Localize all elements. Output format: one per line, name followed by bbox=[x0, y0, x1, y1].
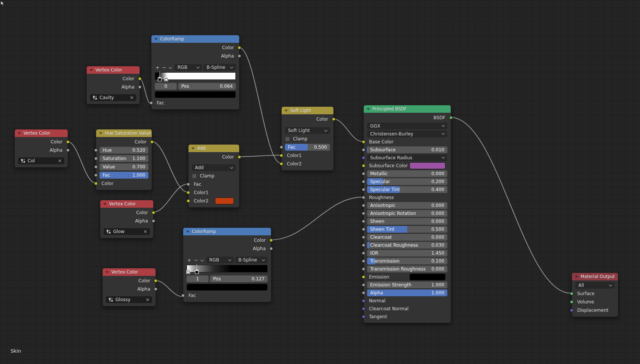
collapse-triangle-icon[interactable] bbox=[575, 276, 578, 278]
node-add[interactable]: Add Color Add Clamp Fac Color1 Color2 bbox=[188, 144, 240, 208]
collapse-triangle-icon[interactable] bbox=[99, 132, 102, 134]
node-header[interactable]: Vertex Color bbox=[15, 129, 68, 137]
ramp-options-dropdown-icon[interactable] bbox=[169, 66, 172, 69]
saturation-input-socket[interactable] bbox=[94, 157, 98, 160]
collapse-triangle-icon[interactable] bbox=[154, 38, 157, 40]
collapse-triangle-icon[interactable] bbox=[186, 231, 189, 233]
collapse-triangle-icon[interactable] bbox=[106, 271, 109, 273]
remove-stop-button[interactable]: − bbox=[162, 65, 167, 70]
clearcoat-input-socket[interactable] bbox=[362, 235, 365, 239]
fac-slider[interactable]: Fac1.000 bbox=[100, 172, 148, 179]
subsurface-input-socket[interactable] bbox=[362, 148, 365, 151]
specular-tint-slider[interactable]: Specular Tint0.400 bbox=[367, 186, 447, 193]
alpha-output-socket[interactable] bbox=[154, 288, 157, 291]
stop-position-slider[interactable]: Pos0.064 bbox=[178, 83, 236, 90]
node-vertex-color-glow[interactable]: Vertex Color Color Alpha Glow × bbox=[100, 200, 154, 238]
node-header[interactable]: Principled BSDF bbox=[364, 105, 451, 113]
node-header[interactable]: ColorRamp bbox=[151, 35, 239, 43]
subsurface-color-input-socket[interactable] bbox=[362, 164, 365, 167]
subsurface-radius-input-socket[interactable] bbox=[362, 156, 365, 159]
subsurface-color-color-swatch[interactable] bbox=[410, 162, 445, 169]
color-output-socket[interactable] bbox=[332, 118, 335, 121]
anisotropic-rotation-input-socket[interactable] bbox=[362, 212, 365, 215]
node-header[interactable]: ColorRamp bbox=[183, 228, 271, 235]
vertex-color-layer-field[interactable]: Glossy × bbox=[106, 296, 152, 303]
specular-slider[interactable]: Specular0.200 bbox=[367, 178, 447, 185]
hue-input-socket[interactable] bbox=[94, 149, 98, 152]
fac-input-socket[interactable] bbox=[181, 294, 185, 297]
stop-color-swatch[interactable] bbox=[187, 284, 268, 291]
color-output-socket[interactable] bbox=[238, 46, 241, 50]
clamp-checkbox[interactable] bbox=[192, 174, 197, 179]
roughness-input-socket[interactable] bbox=[362, 196, 365, 199]
node-vertex-color-col[interactable]: Vertex Color Color Alpha Col × bbox=[14, 129, 68, 168]
color-output-socket[interactable] bbox=[152, 211, 155, 215]
specular-tint-input-socket[interactable] bbox=[362, 188, 365, 191]
value-slider[interactable]: Value0.700 bbox=[100, 163, 148, 170]
sheen-tint-slider[interactable]: Sheen Tint0.500 bbox=[367, 226, 447, 233]
surface-input-socket[interactable] bbox=[570, 292, 573, 296]
color1-input-socket[interactable] bbox=[280, 154, 283, 157]
saturation-slider[interactable]: Saturation1.100 bbox=[100, 155, 148, 162]
active-stop-index-field[interactable]: 0 bbox=[155, 83, 177, 90]
color2-swatch[interactable] bbox=[215, 198, 234, 204]
transmission-input-socket[interactable] bbox=[362, 259, 365, 263]
clamp-checkbox[interactable] bbox=[285, 137, 290, 142]
stop-color-swatch[interactable] bbox=[155, 91, 236, 98]
clearcoat-roughness-slider[interactable]: Clearcoat Roughness0.030 bbox=[367, 242, 447, 249]
alpha-output-socket[interactable] bbox=[152, 219, 155, 223]
active-stop-index-field[interactable]: 1 bbox=[187, 275, 209, 282]
node-material-output[interactable]: Material Output All Surface Volume Displ… bbox=[571, 272, 618, 317]
collapse-triangle-icon[interactable] bbox=[18, 132, 21, 134]
anisotropic-slider[interactable]: Anisotropic0.000 bbox=[367, 202, 447, 209]
color1-input-socket[interactable] bbox=[187, 191, 190, 194]
close-icon[interactable]: × bbox=[146, 297, 149, 302]
interpolation-dropdown[interactable]: B-Spline bbox=[204, 64, 236, 71]
vertex-color-layer-field[interactable]: Glow × bbox=[104, 228, 150, 235]
alpha-input-socket[interactable] bbox=[362, 291, 365, 294]
value-input-socket[interactable] bbox=[94, 165, 98, 169]
color-output-socket[interactable] bbox=[154, 279, 157, 283]
collapse-triangle-icon[interactable] bbox=[90, 69, 93, 71]
sheen-input-socket[interactable] bbox=[362, 219, 365, 223]
node-header[interactable]: Hue Saturation Value bbox=[96, 129, 152, 137]
ggx-dropdown[interactable]: GGX bbox=[367, 123, 447, 129]
anisotropic-input-socket[interactable] bbox=[362, 204, 365, 207]
node-principled-bsdf[interactable]: Principled BSDF BSDF GGXChristensen-Burl… bbox=[363, 105, 451, 323]
volume-input-socket[interactable] bbox=[570, 300, 573, 304]
emission-strength-slider[interactable]: Emission Strength1.000 bbox=[367, 282, 447, 288]
alpha-output-socket[interactable] bbox=[66, 149, 70, 152]
ior-slider[interactable]: IOR1.450 bbox=[367, 250, 447, 257]
blend-mode-dropdown[interactable]: Soft Light bbox=[285, 127, 330, 134]
node-header[interactable]: Vertex Color bbox=[100, 200, 153, 208]
subsurface-slider[interactable]: Subsurface0.010 bbox=[367, 146, 447, 153]
alpha-slider[interactable]: Alpha1.000 bbox=[367, 289, 447, 296]
collapse-triangle-icon[interactable] bbox=[285, 110, 288, 112]
alpha-output-socket[interactable] bbox=[138, 86, 142, 89]
clearcoat-normal-input-socket[interactable] bbox=[362, 307, 365, 310]
fac-slider[interactable]: Fac0.500 bbox=[285, 144, 330, 151]
color2-input-socket[interactable] bbox=[187, 199, 190, 203]
vertex-color-layer-field[interactable]: Cavity × bbox=[90, 94, 136, 101]
alpha-output-socket[interactable] bbox=[238, 54, 241, 58]
emission-color-swatch[interactable] bbox=[410, 274, 445, 280]
color-input-socket[interactable] bbox=[94, 182, 98, 185]
collapse-triangle-icon[interactable] bbox=[103, 203, 106, 205]
anisotropic-rotation-slider[interactable]: Anisotropic Rotation0.000 bbox=[367, 210, 447, 217]
fac-input-socket[interactable] bbox=[94, 174, 98, 177]
color-mode-dropdown[interactable]: RGB bbox=[206, 257, 234, 263]
transmission-roughness-input-socket[interactable] bbox=[362, 267, 365, 271]
hue-slider[interactable]: Hue0.520 bbox=[100, 147, 148, 154]
node-colorramp-glossy[interactable]: ColorRamp Color Alpha + − RGB B-Spline 1… bbox=[183, 227, 271, 302]
subsurface-radius-dropdown[interactable]: Subsurface Radius bbox=[367, 154, 447, 161]
normal-input-socket[interactable] bbox=[362, 299, 365, 302]
color-output-socket[interactable] bbox=[138, 77, 142, 81]
color-output-socket[interactable] bbox=[269, 239, 273, 242]
clearcoat-slider[interactable]: Clearcoat0.000 bbox=[367, 234, 447, 241]
color-output-socket[interactable] bbox=[66, 140, 70, 144]
christensen-burley-dropdown[interactable]: Christensen-Burley bbox=[367, 131, 447, 137]
transmission-slider[interactable]: Transmission0.100 bbox=[367, 258, 447, 264]
emission-strength-input-socket[interactable] bbox=[362, 283, 365, 286]
fac-input-socket[interactable] bbox=[187, 183, 190, 186]
close-icon[interactable]: × bbox=[58, 158, 62, 163]
